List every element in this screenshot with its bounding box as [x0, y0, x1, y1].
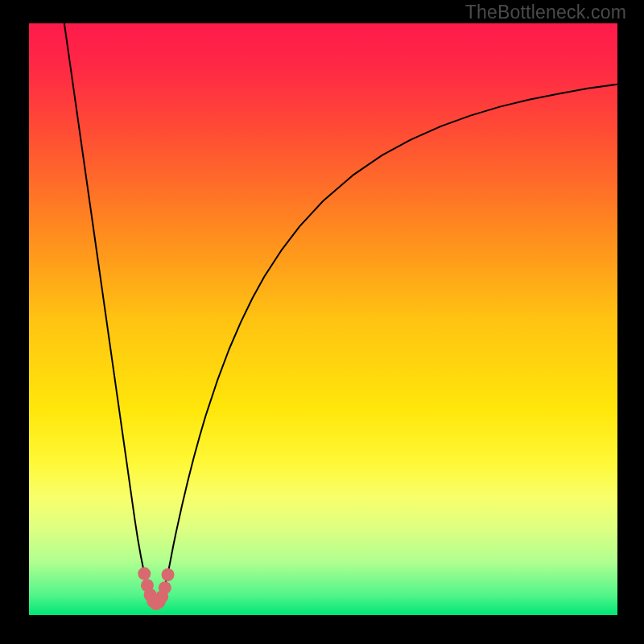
- plot-area: [29, 23, 617, 615]
- data-point-marker: [138, 568, 151, 580]
- watermark-text: TheBottleneck.com: [465, 2, 626, 23]
- curve-layer: [29, 23, 617, 615]
- bottleneck-curve: [64, 23, 617, 604]
- chart-frame: TheBottleneck.com: [0, 0, 644, 644]
- data-point-marker: [159, 581, 171, 594]
- data-point-marker: [162, 568, 175, 581]
